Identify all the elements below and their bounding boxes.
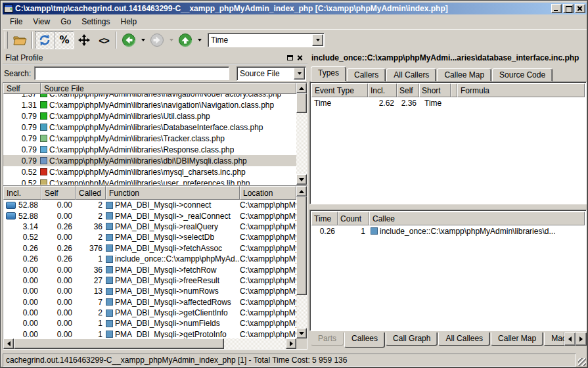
scroll-down-button[interactable] <box>296 174 307 185</box>
function-row[interactable]: 0.00 0.00 1 PMA_DBI_Mysqli->numFields C:… <box>3 318 296 329</box>
scroll-right-button[interactable] <box>286 338 296 349</box>
source-file-row[interactable]: 0.79 C:\xampp\phpMyAdmin\libraries\Util.… <box>3 110 296 122</box>
forward-dropdown-button[interactable] <box>167 31 175 49</box>
function-row[interactable]: 0.00 0.00 2 PMA_DBI_Mysqli->getClientInf… <box>3 308 296 318</box>
tab-all-callers[interactable]: All Callers <box>386 68 436 81</box>
tab-scroll-left-button[interactable] <box>564 333 576 346</box>
maximize-button[interactable] <box>563 4 574 13</box>
function-row[interactable]: 52.88 0.00 2 PMA_DBI_Mysqli->connect C:\… <box>3 200 296 210</box>
column-header-short[interactable]: Short <box>419 83 451 97</box>
tab-parts[interactable]: Parts <box>311 333 344 346</box>
menu-settings[interactable]: Settings <box>77 16 114 28</box>
column-header-callee[interactable]: Callee <box>369 212 585 225</box>
function-row[interactable]: 0.00 0.00 7 PMA_DBI_Mysqli->affectedRows… <box>3 297 296 308</box>
function-row[interactable]: 0.26 0.26 376 PMA_DBI_Mysqli->fetchAssoc… <box>3 243 296 254</box>
reload-button[interactable] <box>35 31 55 49</box>
dock-layout-button[interactable] <box>74 31 94 49</box>
dock-close-button[interactable] <box>295 53 305 62</box>
scrollbar-thumb[interactable] <box>296 93 307 113</box>
function-row[interactable]: 3.14 0.26 36 PMA_DBI_Mysqli->realQuery C… <box>3 221 296 232</box>
scroll-down-button[interactable] <box>296 328 307 338</box>
tab-scroll-right-button[interactable] <box>576 333 587 346</box>
group-by-select[interactable]: Source File <box>237 66 306 81</box>
scroll-up-button[interactable] <box>296 83 307 93</box>
scroll-left-button[interactable] <box>3 338 14 349</box>
tab-callee-map[interactable]: Callee Map <box>437 68 491 81</box>
source-file-path: C:\xampp\phpMyAdmin\libraries\mysql_char… <box>49 168 246 177</box>
resize-grip[interactable] <box>576 354 587 367</box>
tab-callees[interactable]: Callees <box>344 333 385 348</box>
source-file-row[interactable]: 0.79 C:\xampp\phpMyAdmin\libraries\Datab… <box>3 122 296 133</box>
up-dropdown-button[interactable] <box>195 31 204 49</box>
source-file-row[interactable]: 0.79 C:\xampp\phpMyAdmin\libraries\Track… <box>3 133 296 144</box>
open-file-button[interactable] <box>10 31 30 49</box>
detail-bottom-tabs: Parts Callees Call Graph All Callees Cal… <box>311 333 587 350</box>
function-row[interactable]: 0.00 0.00 1 PMA_DBI_Mysqli->getProtoInfo… <box>3 329 296 338</box>
chevron-down-icon[interactable] <box>312 34 323 46</box>
called-count: 376 <box>76 244 106 253</box>
event-type-row[interactable]: Time 2.62 2.36 Time <box>311 97 585 108</box>
horizontal-scrollbar[interactable] <box>3 338 296 349</box>
relative-percent-button[interactable]: % <box>55 31 74 49</box>
dock-title-bar[interactable]: Flat Profile <box>3 52 307 64</box>
scroll-up-button[interactable] <box>296 186 307 196</box>
column-header-incl[interactable]: Incl. <box>368 83 397 97</box>
callees-header: Time Count Callee <box>311 212 585 225</box>
menu-help[interactable]: Help <box>116 16 142 28</box>
function-row[interactable]: 0.26 0.26 1 include_once::C:\xampp\phpMy… <box>3 254 296 264</box>
up-button[interactable] <box>175 31 195 49</box>
column-header-called[interactable]: Called <box>76 186 106 200</box>
function-row[interactable]: 0.00 0.00 13 PMA_DBI_Mysqli->numRows C:\… <box>3 286 296 296</box>
dock-float-button[interactable] <box>285 53 295 62</box>
tab-machine[interactable]: Machine <box>544 333 564 346</box>
column-header-self[interactable]: Self <box>41 186 76 200</box>
incl-cost: 52.88 <box>18 200 38 210</box>
tab-callers[interactable]: Callers <box>347 68 386 81</box>
column-header-count[interactable]: Count <box>338 212 369 225</box>
vertical-scrollbar[interactable] <box>296 83 307 185</box>
function-row[interactable]: 0.00 0.00 36 PMA_DBI_Mysqli->fetchRow C:… <box>3 264 296 275</box>
source-file-row[interactable]: 1.37 C:\xampp\phpMyAdmin\libraries\navig… <box>3 94 296 99</box>
forward-button[interactable] <box>147 31 167 49</box>
tab-types[interactable]: Types <box>311 66 346 81</box>
menu-go[interactable]: Go <box>56 16 76 28</box>
menu-file[interactable]: File <box>5 16 27 28</box>
column-header-incl[interactable]: Incl. <box>3 186 41 200</box>
column-header-self[interactable]: Self <box>3 83 41 94</box>
close-button[interactable] <box>575 4 585 13</box>
function-row[interactable]: 0.00 0.00 27 PMA_DBI_Mysqli->freeResult … <box>3 275 296 286</box>
source-file-row[interactable]: 0.52 C:\xampp\phpMyAdmin\libraries\mysql… <box>3 166 296 177</box>
column-header-location[interactable]: Location <box>240 186 296 200</box>
source-file-row[interactable]: 0.79 C:\xampp\phpMyAdmin\libraries\Respo… <box>3 144 296 155</box>
tab-call-graph[interactable]: Call Graph <box>386 333 438 346</box>
back-button[interactable] <box>119 31 139 49</box>
title-bar[interactable]: C:\xampp\tmp\cachegrind.out.1416463299-C… <box>3 3 587 14</box>
minimize-button[interactable] <box>551 4 562 13</box>
cycle-detection-button[interactable]: <> <box>94 31 114 49</box>
column-header-time[interactable]: Time <box>311 212 338 225</box>
callee-row[interactable]: 0.26 1 include_once::C:\xampp\phpMyAdmin… <box>311 225 585 237</box>
tab-all-callees[interactable]: All Callees <box>438 333 490 346</box>
back-dropdown-button[interactable] <box>139 31 147 49</box>
toolbar-handle[interactable] <box>5 32 8 49</box>
source-file-row-selected[interactable]: 0.79 C:\xampp\phpMyAdmin\libraries\dbi\D… <box>3 155 296 166</box>
vertical-scrollbar[interactable] <box>296 186 307 338</box>
column-header-event-type[interactable]: Event Type <box>311 83 368 97</box>
chevron-down-icon[interactable] <box>294 68 305 80</box>
column-header-function[interactable]: Function <box>106 186 240 200</box>
column-header-self[interactable]: Self <box>397 83 419 97</box>
source-file-row[interactable]: 0.52 C:\xampp\phpMyAdmin\libraries\user_… <box>3 177 296 185</box>
column-header-formula[interactable]: Formula <box>457 83 585 97</box>
tab-caller-map[interactable]: Caller Map <box>491 333 543 346</box>
function-row[interactable]: 0.52 0.00 2 PMA_DBI_Mysqli->selectDb C:\… <box>3 232 296 242</box>
column-header-source-file[interactable]: Source File <box>41 83 296 94</box>
menu-view[interactable]: View <box>28 16 55 28</box>
self-cost: 1.31 <box>3 101 40 110</box>
tab-source-code[interactable]: Source Code <box>492 68 553 81</box>
search-input[interactable] <box>34 66 229 80</box>
scrollbar-thumb[interactable] <box>296 196 307 295</box>
function-row[interactable]: 52.88 0.00 2 PMA_DBI_Mysqli->_realConnec… <box>3 210 296 221</box>
source-file-row[interactable]: 1.31 C:\xampp\phpMyAdmin\libraries\navig… <box>3 99 296 110</box>
scrollbar-thumb[interactable] <box>14 338 224 349</box>
event-type-select[interactable]: Time <box>208 33 325 47</box>
